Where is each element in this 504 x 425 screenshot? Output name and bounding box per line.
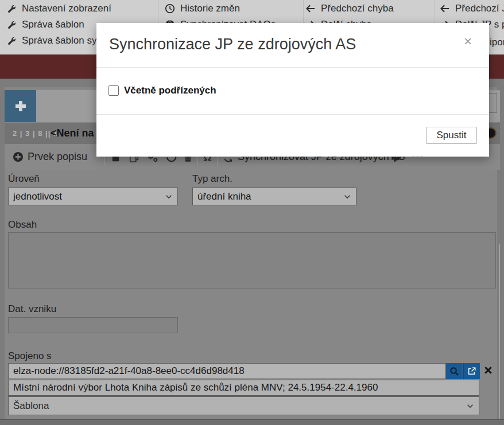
include-children-checkbox[interactable]	[108, 85, 119, 96]
search-icon	[449, 366, 459, 376]
linked-node-input[interactable]	[8, 363, 446, 379]
creation-date-label: Dat. vzniku	[8, 303, 56, 315]
menu-item-previous-error[interactable]: Předchozí chyba	[305, 3, 394, 14]
plus-circle-icon	[13, 151, 24, 162]
template-select-placeholder: Šablona	[13, 400, 49, 412]
menu-item-label: Správa šablon	[22, 19, 84, 30]
menu-item-previous-jp[interactable]: Předchozí JP	[440, 3, 504, 14]
menu-item-display-settings[interactable]: Nastavení zobrazení	[7, 3, 111, 14]
linked-node-result-text: Místní národní výbor Lhota Kniha zápisů …	[13, 382, 378, 393]
level-select-value: jednotlivost	[13, 191, 62, 202]
menu-item-label: Historie změn	[180, 3, 240, 14]
level-select[interactable]: jednotlivost	[8, 188, 178, 205]
include-children-label[interactable]: Včetně podřízených	[124, 85, 216, 96]
sync-jp-dialog: Synchronizace JP ze zdrojových AS × Včet…	[96, 23, 489, 157]
search-node-button[interactable]	[446, 363, 463, 379]
linked-node-result: Místní národní výbor Lhota Kniha zápisů …	[8, 380, 479, 396]
content-label: Obsah	[8, 219, 37, 231]
close-icon[interactable]: ×	[464, 34, 472, 48]
plus-icon	[14, 99, 28, 113]
clock-icon	[165, 3, 175, 14]
wrench-icon	[7, 4, 17, 14]
arch-type-select[interactable]: úřední kniha	[192, 188, 356, 205]
app-screen: Nastavení zobrazení Správa šablon Správa…	[0, 0, 504, 425]
wrench-icon	[7, 36, 17, 46]
level-label: Úroveň	[8, 173, 40, 185]
add-description-item-label: Prvek popisu	[28, 151, 87, 163]
menu-item-label: Předchozí chyba	[321, 3, 394, 14]
menu-item-change-history[interactable]: Historie změn	[165, 3, 240, 14]
open-node-button[interactable]	[463, 363, 480, 379]
external-link-icon	[467, 366, 476, 376]
menu-item-fragment[interactable]: ipor	[490, 37, 504, 48]
arch-type-select-value: úřední kniha	[197, 191, 251, 202]
chevron-down-icon	[343, 193, 351, 201]
menu-item-label: Předchozí JP	[455, 3, 504, 14]
add-description-item-button[interactable]: Prvek popisu	[13, 144, 87, 170]
menu-item-label: Nastavení zobrazení	[22, 3, 111, 14]
add-node-button[interactable]	[5, 90, 36, 122]
linked-with-label: Spojeno s	[8, 350, 52, 362]
creation-date-input[interactable]	[8, 317, 178, 333]
x-icon	[483, 365, 493, 375]
bottom-status-bar	[0, 419, 504, 425]
content-textarea[interactable]	[8, 232, 496, 288]
run-button[interactable]: Spustit	[426, 127, 477, 144]
clear-link-button[interactable]	[483, 365, 493, 375]
scrollbar[interactable]	[499, 244, 500, 419]
wrench-icon	[7, 20, 17, 30]
dialog-header-divider	[96, 67, 489, 68]
arrow-left-icon	[440, 3, 450, 14]
arrow-left-icon	[305, 3, 316, 14]
template-select[interactable]: Šablona	[8, 396, 479, 415]
chevron-down-icon	[165, 193, 173, 201]
dialog-footer-divider	[96, 114, 489, 115]
arch-type-label: Typ arch.	[192, 173, 232, 185]
dialog-title: Synchronizace JP ze zdrojových AS	[109, 36, 356, 53]
menu-item-template-admin[interactable]: Správa šablon	[7, 19, 84, 30]
chevron-down-icon	[466, 402, 474, 410]
accordion-title: <Není na	[51, 127, 94, 139]
